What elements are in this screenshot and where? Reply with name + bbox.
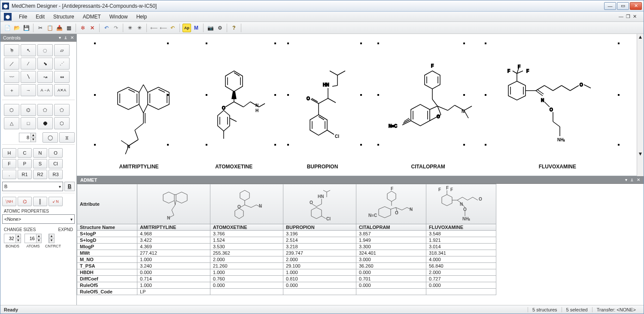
select-tool[interactable]: ↖: [21, 44, 36, 56]
atom-r1-button[interactable]: R1: [18, 170, 32, 179]
cut-icon[interactable]: ✂: [36, 24, 45, 32]
atom-cl-button[interactable]: Cl: [49, 159, 63, 168]
admet-col-thumb[interactable]: ON: [210, 184, 283, 224]
atom-h-button[interactable]: H: [2, 148, 16, 158]
atom-.-button[interactable]: .: [2, 170, 16, 179]
atom-n-button[interactable]: N: [33, 148, 47, 158]
select-all-icon[interactable]: ▦: [64, 24, 73, 32]
eraser-tool[interactable]: ▱: [54, 44, 70, 56]
table-row[interactable]: HBDH0.0001.0001.0000.0002.000: [77, 269, 496, 276]
menu-window[interactable]: Window: [106, 12, 132, 21]
delete-struct-icon[interactable]: ✻: [79, 24, 87, 32]
amine-add-tool[interactable]: ⧹NH: [2, 197, 16, 206]
save-icon[interactable]: 💾: [22, 24, 30, 32]
copy-icon[interactable]: 📋: [46, 24, 54, 32]
window-minimize-button[interactable]: —: [604, 2, 616, 10]
atoms-up[interactable]: ▲: [36, 234, 41, 238]
table-row[interactable]: T_PSA3.24021.26029.10036.26056.840: [77, 263, 496, 269]
table-row[interactable]: DiffCoef0.7140.7600.8100.7010.727: [77, 276, 496, 282]
bold-style-button[interactable]: B: [64, 182, 75, 191]
a-x-a-tool[interactable]: A✕A: [54, 84, 70, 96]
pentagon-alt-shape[interactable]: ⬠: [54, 104, 70, 116]
open-icon[interactable]: 📂: [12, 24, 21, 32]
admet-col-thumb[interactable]: FFFONONH₂: [426, 184, 496, 224]
table-row[interactable]: S+logP4.9683.7663.1963.8573.548: [77, 231, 496, 237]
new-icon[interactable]: 📄: [3, 24, 12, 32]
admet-col-name[interactable]: CITALOPRAM: [356, 224, 426, 231]
atom-s-button[interactable]: S: [33, 159, 47, 168]
bond-hash-tool[interactable]: ⋰: [54, 58, 70, 70]
lasso-tool[interactable]: ◌: [37, 44, 53, 56]
table-row[interactable]: M_NO1.0002.0002.0003.0004.000: [77, 256, 496, 263]
n-remove-tool[interactable]: ↙N: [49, 197, 63, 206]
octagon-shape[interactable]: ⯃: [37, 117, 53, 129]
admet-col-thumb[interactable]: HNOCl: [283, 184, 356, 224]
mdi-close-button[interactable]: ✕: [633, 14, 637, 19]
bond-tool[interactable]: ／: [4, 58, 19, 70]
undo-icon[interactable]: ↶: [102, 24, 111, 32]
canvas-scrollbar[interactable]: ▲▼: [637, 34, 644, 176]
bond-dash-tool[interactable]: ⁄: [21, 58, 36, 70]
menu-file[interactable]: File: [15, 12, 31, 21]
ring-generic-2[interactable]: ⧖: [59, 132, 75, 143]
structure-canvas[interactable]: N AMITRIPTYLINE: [77, 34, 637, 176]
ring-size-down[interactable]: ▼: [30, 137, 36, 142]
window-maximize-button[interactable]: ▭: [617, 2, 629, 10]
table-row[interactable]: RuleOf5_CodeLP: [77, 289, 496, 295]
delete-x-icon[interactable]: ✕: [88, 24, 97, 32]
ring-size-stepper[interactable]: ▲▼: [19, 133, 36, 142]
square-shape[interactable]: □: [21, 117, 36, 129]
atoms-down[interactable]: ▼: [36, 238, 41, 243]
atomic-properties-select[interactable]: <None> ▾: [2, 214, 75, 224]
menu-help[interactable]: Help: [132, 12, 151, 21]
chain-dots-tool[interactable]: ↭: [54, 71, 70, 83]
select-drag-tool[interactable]: 🖰: [4, 44, 19, 56]
atoms-size-input[interactable]: [25, 236, 36, 241]
ring-size-input[interactable]: [19, 135, 30, 140]
bars-tool[interactable]: ║: [33, 197, 47, 206]
panel-pin-icon[interactable]: ⫫: [64, 35, 68, 40]
admet-dropdown-icon[interactable]: ▾: [625, 177, 627, 182]
clean-sel-icon[interactable]: ✳: [135, 24, 144, 32]
settings-icon[interactable]: ⚙: [216, 24, 224, 32]
admet-col-thumb[interactable]: FN≡CNO: [356, 184, 426, 224]
arrow-tool[interactable]: →: [21, 84, 36, 96]
pentagon-shape[interactable]: ⬠: [37, 104, 53, 116]
contract-stepper[interactable]: ▲▼: [49, 234, 58, 243]
contract-down[interactable]: ▼: [49, 238, 54, 243]
bonds-size-stepper[interactable]: ▲▼: [4, 234, 21, 243]
chain-line-tool[interactable]: 〵: [21, 71, 36, 83]
nav-back-icon[interactable]: ⟵: [149, 24, 158, 32]
m-button[interactable]: M: [192, 24, 200, 32]
help-icon[interactable]: ?: [230, 24, 238, 32]
atoms-size-stepper[interactable]: ▲▼: [24, 234, 42, 243]
table-row[interactable]: MlogP4.3693.5303.2183.3003.014: [77, 244, 496, 250]
admet-col-name[interactable]: AMITRIPTYLINE: [137, 224, 210, 231]
atom-p-button[interactable]: P: [18, 159, 32, 168]
admet-close-icon[interactable]: ✕: [637, 177, 640, 182]
mdi-minimize-button[interactable]: —: [619, 14, 623, 19]
benzene-tool[interactable]: ⌬: [18, 197, 32, 206]
atom-r2-button[interactable]: R2: [33, 170, 47, 179]
molecule-fluvoxamine[interactable]: FFF: [493, 62, 622, 170]
cycle-shape[interactable]: ⬡: [54, 117, 70, 129]
hexagon-shape[interactable]: ⬡: [4, 104, 19, 116]
redo-icon[interactable]: ↷: [112, 24, 120, 32]
admet-pin-icon[interactable]: ⫫: [630, 177, 634, 182]
ring-generic-1[interactable]: ◯: [43, 132, 58, 143]
menu-edit[interactable]: Edit: [32, 12, 49, 21]
menu-admet[interactable]: ADMET: [79, 12, 105, 21]
a-to-a-tool[interactable]: A→A: [37, 84, 53, 96]
admet-col-name[interactable]: FLUVOXAMINE: [426, 224, 496, 231]
mdi-restore-button[interactable]: ❐: [626, 14, 630, 19]
menu-structure[interactable]: Structure: [49, 12, 78, 21]
molecule-bupropion[interactable]: HN O: [282, 62, 363, 170]
clean-icon[interactable]: ✳: [126, 24, 134, 32]
nav-fwd-icon[interactable]: ⟵: [159, 24, 167, 32]
table-row[interactable]: S+logD3.4221.5242.5141.9491.921: [77, 237, 496, 244]
ring-size-up[interactable]: ▲: [30, 133, 36, 137]
panel-dropdown-icon[interactable]: ▾: [59, 35, 61, 40]
atom-o-button[interactable]: O: [49, 148, 63, 158]
window-close-button[interactable]: ✕: [630, 2, 642, 10]
paste-icon[interactable]: 📥: [55, 24, 64, 32]
